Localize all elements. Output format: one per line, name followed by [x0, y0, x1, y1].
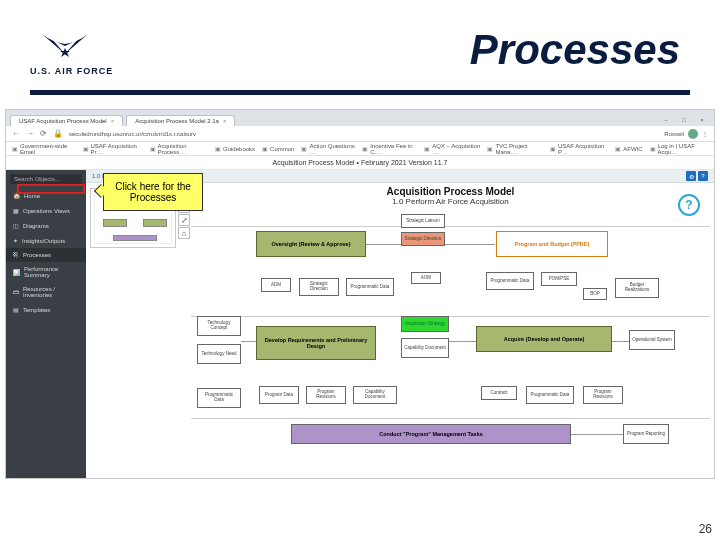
- zoom-fit-icon[interactable]: ⤢: [178, 214, 190, 226]
- url-text[interactable]: seculedrundhsp.usonroc.or/czndvr/d1s.t:c…: [69, 131, 196, 137]
- maximize-icon[interactable]: □: [676, 114, 692, 126]
- node-aom[interactable]: AOM: [411, 272, 441, 284]
- node-strategic-direction-2[interactable]: Strategic Direction: [299, 278, 339, 296]
- bookmark[interactable]: ▣USAF Acquisition P…: [550, 143, 608, 155]
- bookmark-label: Common: [270, 146, 294, 152]
- air-force-wing-icon: [30, 24, 100, 64]
- node-programmatic-data-3[interactable]: Programmatic Data: [526, 386, 574, 404]
- page-icon: ▣: [615, 145, 621, 152]
- node-develop[interactable]: Develop Requirements and Preliminary Des…: [256, 326, 376, 360]
- process-diagram: Acquisition Process Model 1.0 Perform Ai…: [191, 186, 710, 476]
- minimize-icon[interactable]: –: [658, 114, 674, 126]
- browser-tab[interactable]: USAF Acquisition Process Model×: [10, 115, 123, 126]
- bookmark-label: Action Questions …: [309, 143, 355, 155]
- node-budget-realizations[interactable]: Budget Realizations: [615, 278, 659, 298]
- search-input[interactable]: Search Objects…: [10, 174, 82, 184]
- node-capability-doc-2[interactable]: Capability Document: [353, 386, 397, 404]
- close-icon[interactable]: ×: [223, 118, 227, 124]
- node-ppbe[interactable]: Program and Budget (PPBE): [496, 231, 608, 257]
- forward-icon[interactable]: →: [26, 129, 34, 138]
- node-oversight[interactable]: Oversight (Review & Approve): [256, 231, 366, 257]
- sidebar-item-resources[interactable]: 🗃Resources / Inventories: [6, 282, 86, 302]
- diagram-icon: ◫: [13, 222, 19, 229]
- template-icon: ▤: [13, 306, 19, 313]
- bookmark[interactable]: ▣AQX – Acquisition …: [424, 143, 480, 155]
- page-icon: ▣: [650, 145, 656, 152]
- page-icon: ▣: [150, 145, 156, 152]
- bookmark[interactable]: ▣TVC Project Mana…: [487, 143, 543, 155]
- bookmark-bar: ▣Government-wide Email ▣USAF Acquisition…: [6, 142, 714, 156]
- sidebar-item-performance[interactable]: 📊Performance Summary: [6, 262, 86, 282]
- close-icon[interactable]: ×: [111, 118, 115, 124]
- back-icon[interactable]: ←: [12, 129, 20, 138]
- node-adm[interactable]: ADM: [261, 278, 291, 292]
- af-logo-block: U.S. AIR FORCE: [30, 24, 170, 76]
- sidebar-item-operations[interactable]: ▦Operations Views: [6, 203, 86, 218]
- flow-icon: ⛓: [13, 252, 19, 258]
- bookmark[interactable]: ▣Guidebooks: [215, 145, 255, 152]
- node-strategic-liaison[interactable]: Strategic Liaison: [401, 214, 445, 228]
- reload-icon[interactable]: ⟳: [40, 129, 47, 138]
- bulb-icon: ✦: [13, 237, 18, 244]
- diagram-subtitle: 1.0 Perform Air Force Acquisition: [301, 197, 601, 206]
- node-tech-need[interactable]: Technology Need: [197, 344, 241, 364]
- sidebar-item-templates[interactable]: ▤Templates: [6, 302, 86, 317]
- help-icon[interactable]: ?: [698, 171, 708, 181]
- node-conduct[interactable]: Conduct "Program" Management Tasks: [291, 424, 571, 444]
- help-badge-icon[interactable]: ?: [678, 194, 700, 216]
- grid-icon: ▦: [13, 207, 19, 214]
- zoom-reset-icon[interactable]: ⌂: [178, 227, 190, 239]
- page-number: 26: [699, 522, 712, 536]
- node-pompse[interactable]: POM/PSE: [541, 272, 577, 286]
- bookmark[interactable]: ▣Government-wide Email: [12, 143, 76, 155]
- node-tech-concept[interactable]: Technology Concept: [197, 316, 241, 336]
- browser-tab[interactable]: Acquisition Process Model 2.1a×: [126, 115, 235, 126]
- node-capability-doc[interactable]: Capability Document: [401, 338, 449, 358]
- tab-label: Acquisition Process Model 2.1a: [135, 118, 219, 124]
- close-icon[interactable]: ×: [694, 114, 710, 126]
- account-area[interactable]: Russell ⋮: [664, 129, 708, 139]
- bookmark[interactable]: ▣USAF Acquisition Pr…: [83, 143, 143, 155]
- node-acquire[interactable]: Acquire (Develop and Operate): [476, 326, 612, 352]
- node-op-system[interactable]: Operational System: [629, 330, 675, 350]
- bookmark-label: Log in | USAF Acqu…: [658, 143, 708, 155]
- address-bar: ← → ⟳ 🔒 seculedrundhsp.usonroc.or/czndvr…: [6, 126, 714, 142]
- node-programmatic-data-1[interactable]: Programmatic Data: [346, 278, 394, 296]
- bookmark[interactable]: ▣Incentive Fee in C…: [362, 143, 417, 155]
- node-program-rev-1[interactable]: Program Revisions: [306, 386, 346, 404]
- bookmark[interactable]: ▣Log in | USAF Acqu…: [650, 143, 708, 155]
- sidebar-item-label: Operations Views: [23, 208, 70, 214]
- bookmark-label: Acquisition Process…: [158, 143, 209, 155]
- node-bop[interactable]: BOP: [583, 288, 607, 300]
- page-icon: ▣: [362, 145, 368, 152]
- slide-header: U.S. AIR FORCE Processes: [0, 0, 720, 90]
- sidebar-item-insights[interactable]: ✦Insights/Outputs: [6, 233, 86, 248]
- node-programmatic-data-2[interactable]: Programmatic Data: [486, 272, 534, 290]
- sidebar-item-label: Insights/Outputs: [22, 238, 65, 244]
- node-acq-strategy[interactable]: Acquisition Strategy: [401, 316, 449, 332]
- kebab-icon[interactable]: ⋮: [702, 130, 708, 137]
- sidebar-item-label: Performance Summary: [24, 266, 79, 278]
- bookmark-label: Guidebooks: [223, 146, 255, 152]
- highlight-box: [17, 184, 85, 194]
- node-program-data[interactable]: Program Data: [259, 386, 299, 404]
- bookmark-label: AFWIC: [623, 146, 642, 152]
- bookmark[interactable]: ▣AFWIC: [615, 145, 642, 152]
- node-programmatic-data-left[interactable]: Programmatic Data: [197, 388, 241, 408]
- node-contract[interactable]: Contract: [481, 386, 517, 400]
- canvas: 1.0 Perform Air Force Acquisition ⚙ ? + …: [86, 170, 714, 478]
- bookmark[interactable]: ▣Acquisition Process…: [150, 143, 209, 155]
- sidebar-item-diagrams[interactable]: ◫Diagrams: [6, 218, 86, 233]
- page-icon: ▣: [550, 145, 556, 152]
- bookmark[interactable]: ▣Action Questions …: [301, 143, 355, 155]
- header-rule: [30, 90, 690, 95]
- bookmark[interactable]: ▣Common: [262, 145, 294, 152]
- node-strategic-direction[interactable]: Strategic Direction: [401, 232, 445, 246]
- sidebar-item-processes[interactable]: ⛓Processes: [6, 248, 86, 262]
- sidebar: Search Objects… 🏠Home ▦Operations Views …: [6, 170, 86, 478]
- settings-icon[interactable]: ⚙: [686, 171, 696, 181]
- node-program-reporting[interactable]: Program Reporting: [623, 424, 669, 444]
- node-program-rev-2[interactable]: Program Revisions: [583, 386, 623, 404]
- browser-window: USAF Acquisition Process Model× Acquisit…: [5, 109, 715, 479]
- folder-icon: ▣: [12, 145, 18, 152]
